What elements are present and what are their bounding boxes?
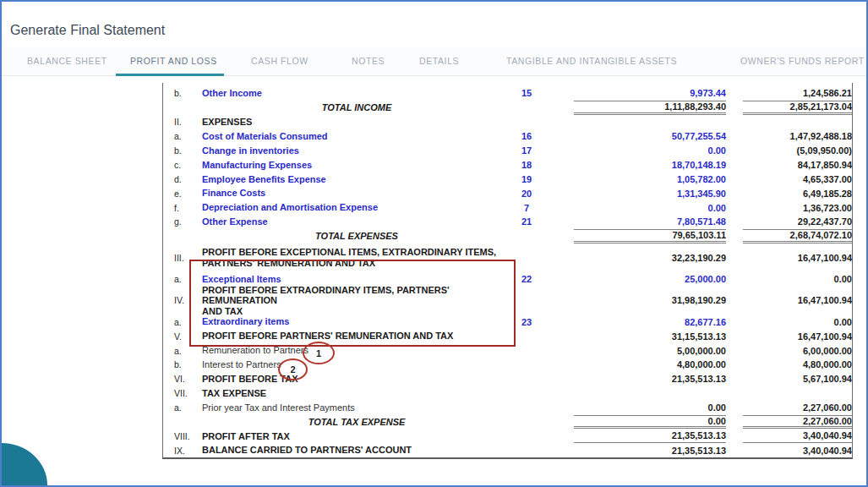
row-label-profit-before-exceptional: PROFIT BEFORE EXCEPTIONAL ITEMS, EXTRAOR… <box>202 247 511 268</box>
table-row: II. EXPENSES <box>163 115 852 129</box>
row-label-other-expense[interactable]: Other Expense <box>202 216 511 227</box>
row-sn: III. <box>163 253 202 263</box>
table-row-total-tax-expense: TOTAL TAX EXPENSE 0.00 2,27,060.00 <box>163 415 852 430</box>
table-row: a. Cost of Materials Consumed 16 50,77,2… <box>163 129 852 144</box>
row-amount-previous: 6,00,000.00 <box>743 343 852 358</box>
tab-tangible-intangible-assets[interactable]: TANGIBLE AND INTANGIBLE ASSETS <box>506 56 677 66</box>
table-row-profit-before-exceptional: III. PROFIT BEFORE EXCEPTIONAL ITEMS, EX… <box>163 244 852 272</box>
row-note[interactable]: 7 <box>511 203 542 213</box>
table-row: f. Depreciation and Amortisation Expense… <box>163 200 852 215</box>
tab-notes[interactable]: NOTES <box>352 56 385 66</box>
row-label-cost-of-materials[interactable]: Cost of Materials Consumed <box>202 131 511 142</box>
tab-profit-and-loss[interactable]: PROFIT AND LOSS <box>130 56 217 66</box>
row-amount-current: 0.00 <box>574 144 726 158</box>
row-note[interactable]: 19 <box>511 174 542 184</box>
table-row: VIII. PROFIT AFTER TAX 21,35,513.13 3,40… <box>163 429 852 443</box>
row-amount-previous: 2,85,21,173.04 <box>743 101 852 115</box>
tab-cash-flow[interactable]: CASH FLOW <box>251 56 308 66</box>
row-amount-current: 21,35,513.13 <box>574 372 726 386</box>
row-amount-current: 79,65,103.11 <box>574 229 726 244</box>
row-amount-current: 50,77,255.54 <box>574 129 726 144</box>
row-amount-previous: (5,09,950.00) <box>743 144 852 158</box>
row-amount-current: 5,00,000.00 <box>574 343 726 358</box>
row-note[interactable]: 18 <box>511 160 542 170</box>
row-label-balance-carried: BALANCE CARRIED TO PARTNERS' ACCOUNT <box>202 445 511 456</box>
row-amount-current: 7,80,571.48 <box>574 215 726 229</box>
row-amount-current: 31,15,513.13 <box>574 329 726 343</box>
table-row: b. Other Income 15 9,973.44 1,24,586.21 <box>163 86 852 101</box>
row-note[interactable]: 15 <box>511 88 542 98</box>
row-label-total-expenses: TOTAL EXPENSES <box>202 231 511 242</box>
row-label-change-in-inventories[interactable]: Change in inventories <box>202 145 511 156</box>
row-amount-previous: 1,36,723.00 <box>743 200 852 215</box>
row-note[interactable]: 17 <box>511 145 542 156</box>
row-note[interactable]: 16 <box>511 131 542 141</box>
table-row-total-expenses: TOTAL EXPENSES 79,65,103.11 2,68,74,072.… <box>163 229 852 244</box>
row-amount-current: 21,35,513.13 <box>574 443 726 457</box>
table-row: b. Change in inventories 17 0.00 (5,09,9… <box>163 144 852 158</box>
table-row: VI. PROFIT BEFORE TAX 21,35,513.13 5,67,… <box>163 372 852 386</box>
table-row-total-income: TOTAL INCOME 1,11,88,293.40 2,85,21,173.… <box>163 101 852 115</box>
row-sn: V. <box>163 331 202 342</box>
row-amount-previous: 0.00 <box>743 315 852 329</box>
row-amount-current: 9,973.44 <box>574 86 726 101</box>
row-amount-current: 0.00 <box>574 401 726 415</box>
row-note[interactable]: 23 <box>511 317 542 327</box>
row-sn: e. <box>163 189 202 199</box>
row-sn: IV. <box>163 295 202 305</box>
row-label-manufacturing-expenses[interactable]: Manufacturing Expenses <box>202 160 511 171</box>
row-amount-current: 21,35,513.13 <box>574 429 726 443</box>
statement-tab-bar: BALANCE SHEET PROFIT AND LOSS CASH FLOW … <box>2 47 866 76</box>
table-row: VII. TAX EXPENSE <box>163 386 852 401</box>
row-amount-current: 18,70,148.19 <box>574 157 726 172</box>
row-amount-current: 1,11,88,293.40 <box>574 101 726 115</box>
row-label-expenses: EXPENSES <box>202 117 511 128</box>
row-amount-current: 1,05,782.00 <box>574 172 726 186</box>
table-row: b. Interest to Partners 4,80,000.00 4,80… <box>163 358 852 372</box>
table-row: V. PROFIT BEFORE PARTNERS' REMUNERATION … <box>163 329 852 343</box>
row-amount-previous: 16,47,100.94 <box>743 244 852 272</box>
tab-details[interactable]: DETAILS <box>419 56 459 66</box>
row-amount-previous: 3,40,040.94 <box>743 429 852 443</box>
tab-owners-funds-report[interactable]: OWNER'S FUNDS REPORT <box>740 56 865 66</box>
row-sn: b. <box>163 88 202 98</box>
annotation-callout-1: 1 <box>303 342 335 364</box>
row-label-prior-year-tax: Prior year Tax and Interest Payments <box>202 402 511 413</box>
tab-balance-sheet[interactable]: BALANCE SHEET <box>27 56 107 66</box>
row-label-depreciation-amortisation[interactable]: Depreciation and Amortisation Expense <box>202 202 511 213</box>
row-amount-previous: 0.00 <box>743 272 852 287</box>
annotation-callout-2: 2 <box>278 358 308 380</box>
row-amount-previous: 2,27,060.00 <box>743 415 852 430</box>
row-label-finance-costs[interactable]: Finance Costs <box>202 188 511 199</box>
row-label-other-income[interactable]: Other Income <box>202 88 511 99</box>
row-label-employee-benefits[interactable]: Employee Benefits Expense <box>202 174 511 185</box>
row-label-tax-expense: TAX EXPENSE <box>202 388 511 399</box>
row-amount-current: 82,677.16 <box>574 315 726 329</box>
row-label-extraordinary-items[interactable]: Extraordinary items <box>202 316 511 327</box>
row-amount-current: 0.00 <box>574 200 726 215</box>
row-amount-previous: 1,47,92,488.18 <box>743 129 852 144</box>
table-row: a. Prior year Tax and Interest Payments … <box>163 401 852 415</box>
row-amount-current: 25,000.00 <box>574 272 726 287</box>
row-amount-current: 32,23,190.29 <box>574 244 726 272</box>
row-sn: f. <box>163 203 202 213</box>
page-title: Generate Final Statement <box>10 23 165 38</box>
row-label-profit-before-tax: PROFIT BEFORE TAX <box>202 374 511 385</box>
table-row: c. Manufacturing Expenses 18 18,70,148.1… <box>163 157 852 172</box>
row-note[interactable]: 21 <box>511 216 542 227</box>
table-row: IX. BALANCE CARRIED TO PARTNERS' ACCOUNT… <box>163 443 852 457</box>
row-sn: a. <box>163 346 202 356</box>
row-sn: a. <box>163 317 202 327</box>
row-sn: VII. <box>163 388 202 398</box>
row-label-exceptional-items[interactable]: Exceptional Items <box>202 274 511 285</box>
row-sn: b. <box>163 145 202 156</box>
row-label-interest-to-partners: Interest to Partners <box>202 359 511 370</box>
profit-and-loss-statement: b. Other Income 15 9,973.44 1,24,586.21 … <box>162 83 853 459</box>
row-note[interactable]: 20 <box>511 189 542 199</box>
row-note[interactable]: 22 <box>511 274 542 284</box>
row-label-profit-before-extraordinary: PROFIT BEFORE EXTRAORDINARY ITEMS, PARTN… <box>202 285 511 317</box>
row-amount-previous: 84,17,850.94 <box>743 157 852 172</box>
row-amount-previous: 16,47,100.94 <box>743 286 852 315</box>
row-sn: a. <box>163 274 202 284</box>
row-amount-current: 31,98,190.29 <box>574 286 726 315</box>
